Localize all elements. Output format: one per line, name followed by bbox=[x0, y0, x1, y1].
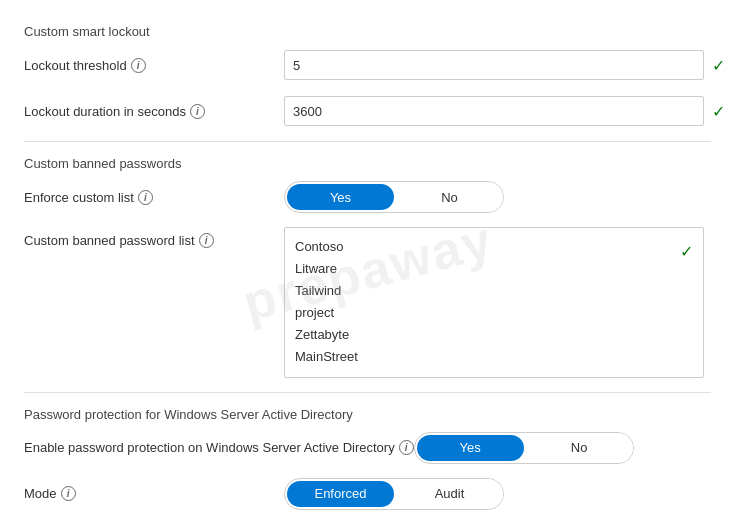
list-item: project bbox=[295, 302, 672, 324]
mode-toggle: Enforced Audit bbox=[284, 478, 504, 510]
lockout-duration-row: Lockout duration in seconds i ✓ bbox=[24, 95, 711, 127]
enforce-custom-list-no-button[interactable]: No bbox=[396, 182, 503, 212]
lockout-duration-input[interactable] bbox=[284, 96, 704, 126]
lockout-threshold-info-icon[interactable]: i bbox=[131, 58, 146, 73]
mode-control: Enforced Audit bbox=[284, 478, 711, 510]
list-item: Contoso bbox=[295, 236, 672, 258]
enable-password-protection-yes-button[interactable]: Yes bbox=[417, 435, 524, 461]
lockout-threshold-input[interactable] bbox=[284, 50, 704, 80]
banned-list-box: Contoso Litware Tailwind project Zettaby… bbox=[284, 227, 704, 378]
section-divider-1 bbox=[24, 141, 711, 142]
enforce-custom-list-info-icon[interactable]: i bbox=[138, 190, 153, 205]
mode-enforced-button[interactable]: Enforced bbox=[287, 481, 394, 507]
custom-smart-lockout-title: Custom smart lockout bbox=[24, 24, 711, 39]
enable-password-protection-label: Enable password protection on Windows Se… bbox=[24, 440, 414, 455]
list-item: Litware bbox=[295, 258, 672, 280]
lockout-duration-control: ✓ bbox=[284, 96, 725, 126]
banned-list-check-icon: ✓ bbox=[680, 238, 693, 265]
mode-row: Mode i Enforced Audit bbox=[24, 478, 711, 510]
custom-banned-password-list-info-icon[interactable]: i bbox=[199, 233, 214, 248]
enforce-custom-list-control: Yes No bbox=[284, 181, 711, 213]
enable-password-protection-row: Enable password protection on Windows Se… bbox=[24, 432, 711, 464]
enable-password-protection-control: Yes No bbox=[414, 432, 711, 464]
enable-password-protection-info-icon[interactable]: i bbox=[399, 440, 414, 455]
enforce-custom-list-row: Enforce custom list i Yes No bbox=[24, 181, 711, 213]
lockout-duration-check-icon: ✓ bbox=[712, 102, 725, 121]
list-item: Tailwind bbox=[295, 280, 672, 302]
custom-banned-password-list-label: Custom banned password list i bbox=[24, 227, 284, 248]
mode-audit-button[interactable]: Audit bbox=[396, 479, 503, 509]
lockout-threshold-label: Lockout threshold i bbox=[24, 58, 284, 73]
lockout-threshold-check-icon: ✓ bbox=[712, 56, 725, 75]
lockout-duration-label: Lockout duration in seconds i bbox=[24, 104, 284, 119]
custom-banned-password-list-control: Contoso Litware Tailwind project Zettaby… bbox=[284, 227, 711, 378]
enforce-custom-list-toggle: Yes No bbox=[284, 181, 504, 213]
lockout-duration-info-icon[interactable]: i bbox=[190, 104, 205, 119]
mode-info-icon[interactable]: i bbox=[61, 486, 76, 501]
custom-banned-password-list-row: Custom banned password list i Contoso Li… bbox=[24, 227, 711, 378]
password-protection-title: Password protection for Windows Server A… bbox=[24, 407, 711, 422]
list-item: Zettabyte bbox=[295, 324, 672, 346]
list-item: MainStreet bbox=[295, 346, 672, 368]
mode-label: Mode i bbox=[24, 486, 284, 501]
custom-banned-passwords-title: Custom banned passwords bbox=[24, 156, 711, 171]
banned-list-entries: Contoso Litware Tailwind project Zettaby… bbox=[295, 236, 672, 369]
section-divider-2 bbox=[24, 392, 711, 393]
enforce-custom-list-yes-button[interactable]: Yes bbox=[287, 184, 394, 210]
enable-password-protection-no-button[interactable]: No bbox=[526, 433, 633, 463]
lockout-threshold-control: ✓ bbox=[284, 50, 725, 80]
lockout-threshold-row: Lockout threshold i ✓ bbox=[24, 49, 711, 81]
enable-password-protection-toggle: Yes No bbox=[414, 432, 634, 464]
enforce-custom-list-label: Enforce custom list i bbox=[24, 190, 284, 205]
